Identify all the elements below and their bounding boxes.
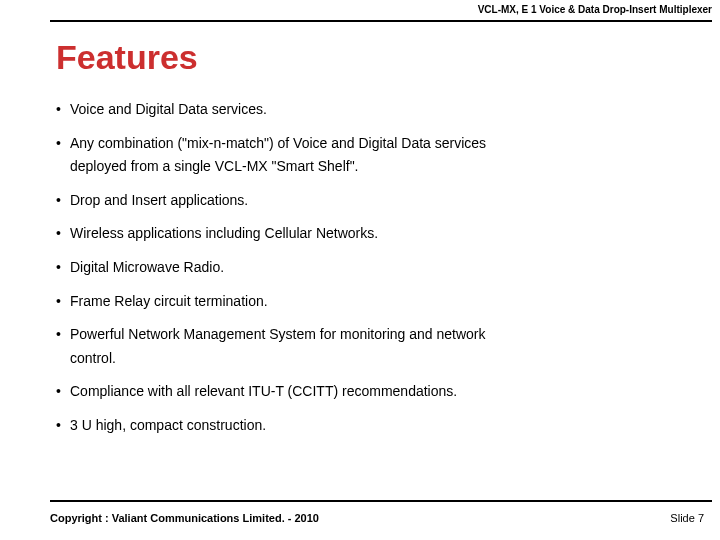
slide: VCL-MX, E 1 Voice & Data Drop-Insert Mul… — [0, 0, 720, 540]
list-item: Digital Microwave Radio. — [56, 258, 680, 278]
copyright-text: Copyright : Valiant Communications Limit… — [50, 512, 319, 524]
feature-list: Voice and Digital Data services. Any com… — [56, 100, 680, 450]
list-item: 3 U high, compact construction. — [56, 416, 680, 436]
list-item: Any combination ("mix-n-match") of Voice… — [56, 134, 680, 154]
bottom-divider — [50, 500, 712, 502]
list-item: Frame Relay circuit termination. — [56, 292, 680, 312]
page-title: Features — [56, 38, 198, 77]
slide-number: Slide 7 — [670, 512, 704, 524]
list-item: Wireless applications including Cellular… — [56, 224, 680, 244]
top-divider — [50, 20, 712, 22]
list-item: Compliance with all relevant ITU-T (CCIT… — [56, 382, 680, 402]
list-item: Voice and Digital Data services. — [56, 100, 680, 120]
list-item-continuation: control. — [56, 349, 680, 369]
list-item: Powerful Network Management System for m… — [56, 325, 680, 345]
list-item-continuation: deployed from a single VCL-MX "Smart She… — [56, 157, 680, 177]
header-product-label: VCL-MX, E 1 Voice & Data Drop-Insert Mul… — [478, 4, 712, 15]
list-item: Drop and Insert applications. — [56, 191, 680, 211]
